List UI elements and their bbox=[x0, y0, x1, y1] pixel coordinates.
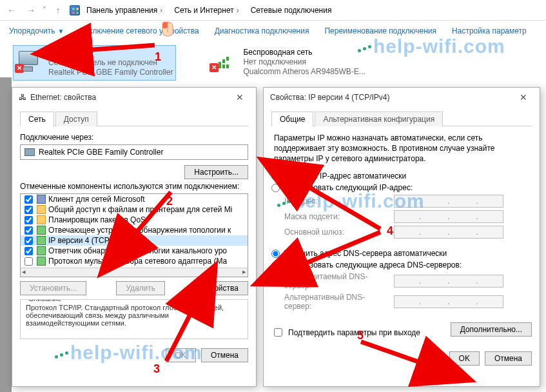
dns-auto-radio[interactable] bbox=[271, 250, 280, 258]
component-check[interactable] bbox=[24, 257, 33, 266]
component-icon bbox=[37, 236, 46, 245]
rename-connection[interactable]: Переименование подключения bbox=[324, 26, 436, 35]
dns-manual-label: Использовать следующие адреса DNS-сервер… bbox=[284, 260, 462, 270]
dns-alt-label: Альтернативный DNS-сервер: bbox=[284, 293, 387, 311]
explorer-edge bbox=[0, 77, 12, 392]
component-label: Клиент для сетей Microsoft bbox=[48, 195, 145, 204]
ip-auto-label: Получить IP-адрес автоматически bbox=[284, 172, 406, 181]
component-check[interactable] bbox=[24, 216, 33, 224]
address-bar: ← → ˅ ↑ Панель управления Сеть и Интерне… bbox=[0, 0, 546, 21]
wifi-icon: ✕ bbox=[211, 48, 237, 71]
dns-auto-row[interactable]: Получить адрес DNS-сервера автоматически bbox=[271, 249, 532, 258]
dialog-titlebar[interactable]: Свойства: IP версии 4 (TCP/IPv4) ✕ bbox=[264, 88, 540, 107]
components-list[interactable]: Клиент для сетей Microsoft Общий доступ … bbox=[20, 193, 248, 277]
ip-auto-radio[interactable] bbox=[271, 172, 280, 181]
connection-status: Нет подключения bbox=[243, 57, 365, 67]
disable-device[interactable]: Отключение сетевого устройства bbox=[79, 26, 199, 35]
dialog-title: Ethernet: свойства bbox=[30, 93, 96, 102]
component-check[interactable] bbox=[24, 206, 33, 214]
advanced-button[interactable]: Дополнительно... bbox=[451, 322, 532, 337]
install-button[interactable]: Установить... bbox=[20, 281, 86, 295]
gateway-label: Основной шлюз: bbox=[284, 228, 387, 237]
organize-menu[interactable]: Упорядочить ▼ bbox=[9, 26, 64, 35]
adapter-icon bbox=[24, 148, 35, 156]
ip-address-input: ... bbox=[394, 195, 503, 208]
confirm-on-exit-row[interactable]: Подтвердить параметры при выходе bbox=[271, 326, 420, 338]
diagnose-connection[interactable]: Диагностика подключения bbox=[215, 26, 309, 35]
dialog-title: Свойства: IP версии 4 (TCP/IPv4) bbox=[270, 93, 390, 102]
ok-button[interactable]: OK bbox=[449, 351, 480, 366]
component-check[interactable] bbox=[24, 247, 33, 255]
connection-name: Беспроводная сеть bbox=[243, 48, 365, 57]
breadcrumb-leaf[interactable]: Сетевые подключения bbox=[248, 5, 335, 16]
tabs: Сеть Доступ bbox=[20, 111, 248, 126]
ethernet-icon: ✕ bbox=[16, 48, 42, 72]
dialog-titlebar[interactable]: 🖧 Ethernet: свойства ✕ bbox=[12, 88, 256, 107]
connection-wifi[interactable]: ✕ Беспроводная сеть Нет подключения Qual… bbox=[208, 45, 369, 81]
toolbar: Упорядочить ▼ Отключение сетевого устрой… bbox=[0, 21, 546, 41]
ip-manual-radio[interactable] bbox=[271, 184, 280, 192]
dns-manual-radio[interactable] bbox=[271, 261, 280, 270]
cancel-button[interactable]: Отмена bbox=[485, 351, 532, 366]
connection-device: Realtek PCIe GBE Family Controller bbox=[48, 68, 173, 77]
component-check[interactable] bbox=[24, 237, 33, 245]
component-label: Общий доступ к файлам и принтерам для се… bbox=[48, 205, 232, 214]
close-button[interactable]: ✕ bbox=[230, 92, 249, 103]
gateway-input: ... bbox=[394, 226, 503, 239]
recent-dropdown[interactable]: ˅ bbox=[43, 6, 46, 15]
connection-device: Qualcomm Atheros AR9485WB-E... bbox=[243, 67, 365, 77]
chevron-down-icon: ▼ bbox=[57, 28, 64, 35]
connection-settings[interactable]: Настройка параметр bbox=[452, 26, 527, 35]
connection-ethernet[interactable]: ✕ Ethernet Сетевой кабель не подключен R… bbox=[13, 45, 176, 81]
back-button[interactable]: ← bbox=[4, 3, 19, 18]
component-item-ipv4[interactable]: IP версии 4 (TCP/IPv4) bbox=[21, 235, 248, 246]
component-icon bbox=[37, 257, 46, 266]
dns-manual-row[interactable]: Использовать следующие адреса DNS-сервер… bbox=[271, 260, 532, 270]
tab-access[interactable]: Доступ bbox=[55, 112, 97, 126]
ip-auto-row[interactable]: Получить IP-адрес автоматически bbox=[271, 172, 532, 181]
component-icon bbox=[37, 215, 46, 224]
tabs: Общие Альтернативная конфигурация bbox=[271, 111, 532, 126]
component-item[interactable]: Клиент для сетей Microsoft bbox=[21, 194, 248, 204]
breadcrumb-root[interactable]: Панель управления bbox=[84, 5, 168, 16]
component-icon bbox=[37, 246, 46, 255]
cancel-button[interactable]: Отмена bbox=[201, 348, 248, 362]
ipv4-properties-dialog: Свойства: IP версии 4 (TCP/IPv4) ✕ Общие… bbox=[263, 87, 540, 387]
component-label: Ответчик обнаружения топологии канальног… bbox=[48, 246, 227, 255]
up-button[interactable]: ↑ bbox=[50, 3, 66, 18]
configure-button[interactable]: Настроить... bbox=[184, 165, 248, 179]
properties-button[interactable]: Свойства bbox=[195, 281, 248, 295]
disconnected-badge: ✕ bbox=[15, 64, 24, 73]
component-item[interactable]: Отвечающее устройство обнаружения тополо… bbox=[21, 225, 248, 235]
component-item[interactable]: Протокол мультиплексора сетевого адаптер… bbox=[21, 256, 248, 266]
remove-button[interactable]: Удалить bbox=[116, 281, 165, 295]
confirm-on-exit-check[interactable] bbox=[274, 328, 282, 337]
component-item[interactable]: Планировщик пакетов QoS bbox=[21, 215, 248, 225]
components-label: Отмеченные компоненты используются этим … bbox=[20, 182, 248, 191]
adapter-field: Realtek PCIe GBE Family Controller bbox=[20, 144, 248, 160]
close-button[interactable]: ✕ bbox=[514, 92, 533, 103]
description-text: Протокол TCP/IP. Стандартный протокол гл… bbox=[26, 304, 224, 327]
horizontal-scrollbar[interactable] bbox=[21, 268, 248, 277]
component-item[interactable]: Общий доступ к файлам и принтерам для се… bbox=[21, 204, 248, 215]
ip-manual-row[interactable]: Использовать следующий IP-адрес: bbox=[271, 183, 532, 192]
tab-network[interactable]: Сеть bbox=[20, 112, 54, 126]
ok-button[interactable]: OK bbox=[166, 348, 196, 362]
component-check[interactable] bbox=[24, 195, 33, 204]
component-label: Планировщик пакетов QoS bbox=[48, 215, 146, 224]
connect-via-label: Подключение через: bbox=[20, 133, 248, 142]
component-check[interactable] bbox=[24, 226, 33, 235]
tab-alt-config[interactable]: Альтернативная конфигурация bbox=[315, 112, 443, 126]
tab-general[interactable]: Общие bbox=[271, 112, 313, 126]
organize-label: Упорядочить bbox=[9, 26, 55, 35]
component-label: Отвечающее устройство обнаружения тополо… bbox=[48, 226, 231, 235]
description-heading: Описание bbox=[26, 299, 64, 302]
adapter-mini-icon: 🖧 bbox=[19, 93, 26, 102]
forward-button[interactable]: → bbox=[23, 3, 39, 18]
dns-pref-input: ... bbox=[394, 275, 503, 288]
dns-alt-input: ... bbox=[394, 295, 503, 308]
ip-address-label: IP-адрес: bbox=[284, 197, 387, 206]
component-icon bbox=[37, 205, 46, 214]
component-item[interactable]: Ответчик обнаружения топологии канальног… bbox=[21, 246, 248, 256]
breadcrumb-mid[interactable]: Сеть и Интернет bbox=[171, 5, 244, 16]
